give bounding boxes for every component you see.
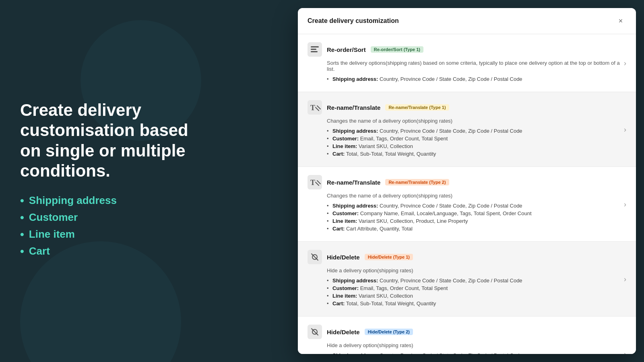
condition-lineitem-2: Line item: Variant SKU, Collection — [327, 143, 626, 149]
close-button[interactable]: × — [615, 15, 626, 27]
condition-shipping-4: Shipping address: Country, Province Code… — [327, 278, 626, 284]
modal-title: Create delivery customization — [308, 17, 399, 25]
option-conditions-1: Shipping address: Country, Province Code… — [308, 76, 626, 82]
list-item-line-item: Line item — [20, 228, 189, 241]
option-desc-4: Hide a delivery option(shipping rates) — [308, 267, 626, 274]
condition-cart-3: Cart: Cart Attribute, Quantity, Total — [327, 226, 626, 232]
option-row-rename-2[interactable]: T Re-name/Translate Re-name/Translate (T… — [298, 167, 636, 242]
option-name-1: Re-order/Sort — [327, 46, 366, 53]
option-header-4: Hide/Delete Hide/Delete (Type 1) — [308, 250, 626, 264]
condition-cart-4: Cart: Total, Sub-Total, Total Weight, Qu… — [327, 300, 626, 306]
option-name-3: Re-name/Translate — [327, 179, 380, 186]
option-icon-4 — [308, 250, 322, 264]
option-desc-5: Hide a delivery option(shipping rates) — [308, 342, 626, 348]
svg-rect-1 — [311, 46, 319, 47]
option-badge-1: Re-order/Sort (Type 1) — [371, 46, 423, 53]
option-conditions-4: Shipping address: Country, Province Code… — [308, 278, 626, 306]
option-badge-3: Re-name/Translate (Type 2) — [385, 179, 449, 185]
option-desc-3: Changes the name of a delivery option(sh… — [308, 193, 626, 199]
modal: Create delivery customization × Re-o — [298, 8, 636, 354]
option-icon-3: T — [308, 175, 322, 189]
chevron-icon-2: › — [624, 125, 626, 134]
left-panel: Create delivery customisation based on s… — [20, 100, 189, 262]
option-desc-1: Sorts the delivery options(shipping rate… — [308, 60, 626, 72]
option-badge-4: Hide/Delete (Type 1) — [365, 254, 413, 260]
list-item-shipping: Shipping address — [20, 194, 189, 207]
list-item-customer: Customer — [20, 211, 189, 224]
option-row-hide-1[interactable]: Hide/Delete Hide/Delete (Type 1) Hide a … — [298, 242, 636, 317]
option-header-2: T Re-name/Translate Re-name/Translate (T… — [308, 100, 626, 115]
chevron-icon-4: › — [624, 275, 626, 283]
modal-header: Create delivery customization × — [298, 8, 636, 34]
option-icon-1 — [308, 42, 322, 57]
svg-text:T: T — [310, 179, 315, 187]
left-panel-title: Create delivery customisation based on s… — [20, 100, 189, 181]
option-row-rename-1[interactable]: T Re-name/Translate Re-name/Translate (T… — [298, 92, 636, 167]
condition-cart-2: Cart: Total, Sub-Total, Total Weight, Qu… — [327, 151, 626, 157]
option-conditions-2: Shipping address: Country, Province Code… — [308, 128, 626, 157]
option-desc-2: Changes the name of a delivery option(sh… — [308, 118, 626, 124]
condition-shipping-1: Shipping address: Country, Province Code… — [327, 76, 626, 82]
condition-shipping-3: Shipping address: Country, Province Code… — [327, 203, 626, 209]
option-row-reorder-1[interactable]: Re-order/Sort Re-order/Sort (Type 1) Sor… — [298, 34, 636, 92]
left-panel-list: Shipping address Customer Line item Cart — [20, 194, 189, 258]
option-name-4: Hide/Delete — [327, 254, 360, 261]
modal-overlay: Create delivery customization × Re-o — [290, 0, 644, 362]
svg-rect-2 — [311, 49, 316, 50]
condition-lineitem-4: Line item: Variant SKU, Collection — [327, 293, 626, 299]
option-badge-2: Re-name/Translate (Type 1) — [385, 104, 449, 111]
condition-shipping-2: Shipping address: Country, Province Code… — [327, 128, 626, 134]
condition-label-shipping-1: Shipping address: — [332, 76, 378, 82]
chevron-icon-3: › — [624, 200, 626, 208]
option-icon-2: T — [308, 100, 322, 115]
option-header-5: Hide/Delete Hide/Delete (Type 2) — [308, 325, 626, 339]
condition-shipping-5: Shipping address: Country, Province Code… — [327, 352, 626, 354]
option-conditions-5: Shipping address: Country, Province Code… — [308, 352, 626, 354]
option-badge-5: Hide/Delete (Type 2) — [365, 329, 413, 335]
svg-rect-3 — [311, 51, 318, 52]
modal-body: Re-order/Sort Re-order/Sort (Type 1) Sor… — [298, 34, 636, 354]
option-name-2: Re-name/Translate — [327, 104, 380, 111]
condition-customer-3: Customer: Company Name, Email, Locale/La… — [327, 210, 626, 216]
svg-text:T: T — [310, 104, 315, 112]
condition-customer-2: Customer: Email, Tags, Order Count, Tota… — [327, 136, 626, 142]
option-name-5: Hide/Delete — [327, 329, 360, 335]
option-conditions-3: Shipping address: Country, Province Code… — [308, 203, 626, 232]
list-item-cart: Cart — [20, 245, 189, 258]
option-icon-5 — [308, 325, 322, 339]
condition-lineitem-3: Line item: Variant SKU, Collection, Prod… — [327, 218, 626, 224]
option-header-3: T Re-name/Translate Re-name/Translate (T… — [308, 175, 626, 189]
chevron-icon-1: › — [624, 59, 626, 67]
condition-customer-4: Customer: Email, Tags, Order Count, Tota… — [327, 285, 626, 291]
condition-value-shipping-1: Country, Province Code / State Code, Zip… — [380, 76, 522, 82]
option-row-hide-2[interactable]: Hide/Delete Hide/Delete (Type 2) Hide a … — [298, 317, 636, 354]
option-header-1: Re-order/Sort Re-order/Sort (Type 1) — [308, 42, 626, 57]
chevron-icon-5: › — [624, 350, 626, 354]
